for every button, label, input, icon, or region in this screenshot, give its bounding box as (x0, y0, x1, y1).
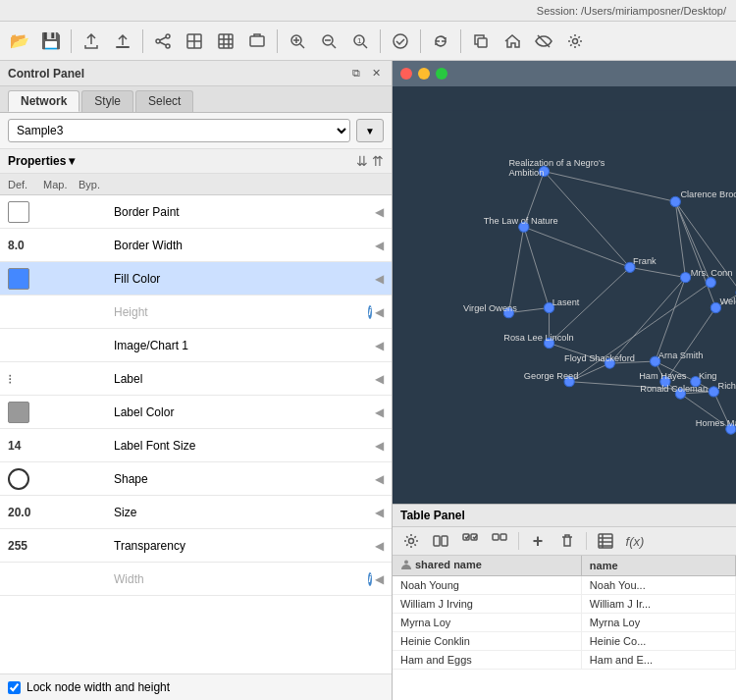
panel-float-button[interactable]: ⧉ (348, 66, 364, 81)
panel-header-icons: ⧉ ✕ (348, 66, 384, 81)
svg-line-20 (332, 44, 336, 48)
table-function-button[interactable]: f(x) (622, 530, 648, 552)
table-settings-button[interactable] (398, 530, 424, 552)
layout-grid-button[interactable] (181, 27, 208, 55)
toolbar-sep-6 (460, 29, 461, 53)
col-header-name[interactable]: name (581, 556, 735, 576)
fill-color-swatch[interactable] (8, 268, 29, 290)
dropdown-options-button[interactable]: ▼ (356, 119, 384, 142)
table-add-button[interactable]: + (525, 530, 551, 552)
prop-name-transparency: Transparency (114, 539, 368, 553)
table-grid-button[interactable] (593, 530, 618, 552)
prop-name-border-width: Border Width (114, 239, 368, 252)
traffic-light-red[interactable] (400, 68, 412, 80)
export-button[interactable] (243, 27, 271, 55)
prop-row-fill-color[interactable]: Fill Color ◀ (0, 262, 392, 296)
svg-rect-103 (493, 534, 499, 540)
toolbar-sep-1 (71, 29, 72, 53)
layout-table-button[interactable] (212, 27, 239, 55)
zoom-fit-button[interactable]: 1 (346, 27, 374, 55)
prop-row-shape[interactable]: Shape ◀ (0, 462, 392, 496)
prop-row-height[interactable]: Height i ◀ (0, 296, 392, 329)
prop-def-border-paint (8, 201, 43, 223)
open-button[interactable]: 📂 (6, 27, 33, 55)
hide-button[interactable] (530, 27, 557, 55)
prop-row-label[interactable]: ⁝ Label ◀ (0, 362, 392, 396)
traffic-light-yellow[interactable] (418, 68, 430, 80)
tab-select[interactable]: Select (135, 90, 193, 112)
table-check-button[interactable] (457, 530, 483, 552)
expand-all-button[interactable]: ⇈ (372, 153, 384, 169)
svg-text:Lasent: Lasent (552, 297, 580, 307)
copy-button[interactable] (467, 27, 495, 55)
network-share-button[interactable] (149, 27, 177, 55)
prop-row-width[interactable]: Width i ◀ (0, 563, 392, 596)
panel-close-button[interactable]: ✕ (368, 66, 384, 81)
prop-arrow-height: i ◀ (368, 305, 384, 319)
svg-point-64 (680, 272, 690, 282)
prop-row-size[interactable]: 20.0 Size ◀ (0, 496, 392, 529)
main-content: Control Panel ⧉ ✕ Network Style Select S… (0, 61, 736, 700)
svg-text:Frank: Frank (633, 256, 657, 266)
prop-arrow-label-color: ◀ (368, 405, 384, 419)
properties-title[interactable]: Properties ▾ (8, 154, 75, 168)
cell-name: Heinie Co... (581, 632, 735, 651)
shared-name-icon: shared name (400, 559, 482, 570)
prop-name-fill-color: Fill Color (114, 272, 368, 286)
cell-name: Ham and E... (581, 651, 735, 670)
label-color-swatch[interactable] (8, 402, 29, 423)
svg-point-3 (166, 44, 170, 48)
zoom-out-button[interactable] (315, 27, 342, 55)
lock-checkbox[interactable] (8, 681, 21, 694)
upload-button[interactable] (109, 27, 136, 55)
table-row[interactable]: Myrna LoyMyrna Loy (393, 614, 736, 632)
prop-row-label-font-size[interactable]: 14 Label Font Size ◀ (0, 429, 392, 462)
network-view[interactable]: Realization of a Negro's Ambition Claren… (393, 61, 736, 504)
check-button[interactable] (387, 27, 414, 55)
refresh-button[interactable] (427, 27, 454, 55)
prop-arrow-size: ◀ (368, 506, 384, 519)
width-info-icon[interactable]: i (368, 572, 372, 586)
settings-button[interactable] (561, 27, 589, 55)
svg-line-23 (363, 44, 367, 48)
col-header-shared-name[interactable]: shared name (393, 556, 581, 576)
svg-point-2 (156, 39, 160, 43)
table-columns-button[interactable] (428, 530, 453, 552)
share-button[interactable] (78, 27, 105, 55)
zoom-in-button[interactable] (284, 27, 311, 55)
svg-point-65 (706, 278, 715, 288)
prop-row-image-chart[interactable]: Image/Chart 1 ◀ (0, 329, 392, 362)
svg-text:Welcome Strangers: Welcome Strangers (720, 296, 736, 306)
svg-text:Floyd Shackeford: Floyd Shackeford (564, 353, 635, 363)
network-header (393, 61, 736, 86)
prop-row-border-width[interactable]: 8.0 Border Width ◀ (0, 229, 392, 262)
prop-row-border-paint[interactable]: Border Paint ◀ (0, 195, 392, 229)
table-row[interactable]: William J IrvingWilliam J Ir... (393, 595, 736, 614)
svg-text:Virgel Owens: Virgel Owens (463, 303, 517, 313)
label-font-size-value: 14 (8, 439, 21, 453)
tab-network[interactable]: Network (8, 90, 79, 112)
table-row[interactable]: Ham and EggsHam and E... (393, 651, 736, 670)
network-dropdown[interactable]: Sample3 (8, 119, 350, 142)
prop-arrow-transparency: ◀ (368, 539, 384, 553)
save-button[interactable]: 💾 (37, 27, 65, 55)
table-delete-button[interactable] (554, 530, 580, 552)
prop-row-label-color[interactable]: Label Color ◀ (0, 396, 392, 429)
tab-style[interactable]: Style (81, 90, 133, 112)
cell-shared-name: Noah Young (393, 576, 581, 595)
svg-text:George Reed: George Reed (524, 371, 579, 381)
home-button[interactable] (499, 27, 526, 55)
prop-row-transparency[interactable]: 255 Transparency ◀ (0, 529, 392, 563)
cell-shared-name: Myrna Loy (393, 614, 581, 632)
svg-text:Homes Mabel: Homes Mabel (696, 418, 736, 428)
table-boxes-button[interactable] (487, 530, 512, 552)
table-row[interactable]: Heinie ConklinHeinie Co... (393, 632, 736, 651)
table-panel: Table Panel (393, 504, 736, 700)
traffic-light-green[interactable] (436, 68, 447, 80)
collapse-all-button[interactable]: ⇊ (356, 153, 368, 169)
network-svg: Realization of a Negro's Ambition Claren… (393, 86, 736, 504)
height-info-icon[interactable]: i (368, 305, 372, 319)
prop-arrow-label-font-size: ◀ (368, 439, 384, 453)
table-row[interactable]: Noah YoungNoah You... (393, 576, 736, 595)
border-paint-swatch[interactable] (8, 201, 29, 223)
